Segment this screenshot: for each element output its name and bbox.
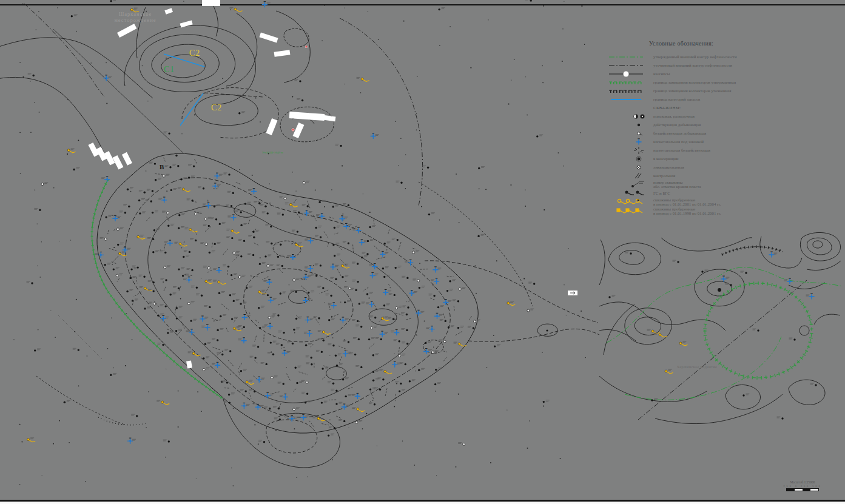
well-symbol [250,356,257,359]
well-symbol [392,238,399,241]
legend-item-symbol-line-isohypse [608,70,645,78]
legend-item-label: граница замещения коллекторов уточненная [645,89,731,93]
well-symbol [219,222,226,225]
well-symbol [315,264,322,267]
well-symbol [418,368,425,371]
well-symbol [449,279,456,282]
well-symbol [422,166,429,169]
well-symbol [198,186,204,189]
well-symbol [146,200,152,203]
well-symbol [305,317,314,323]
well-symbol [235,210,242,213]
legend-item-label: в консервации [645,156,678,161]
legend-item-symbol-wells-2001 [608,198,645,206]
well-symbol [233,251,240,254]
well-symbol [203,357,209,360]
well-symbol [340,317,349,323]
well-symbol [372,353,379,356]
well-symbol [293,278,300,281]
well-symbol [528,282,535,285]
legend-item-label: СКВАЖИНЫ: [645,106,681,110]
legend-item: СКВАЖИНЫ: [608,104,790,112]
well-symbol [293,328,300,331]
red-cross-well-icon [291,128,295,132]
legend-item-label: изогипсы [645,72,670,76]
legend-item: граница замещения коллекторов уточненная [608,87,790,95]
neighbor-field-name: Шарканское месторождение [108,11,163,23]
map-sheet: Шарканское месторождение С2 С1 С2 В Уч.Б… [0,0,845,504]
well-symbol [226,236,233,239]
well-symbol [200,316,208,322]
well-symbol [342,275,348,278]
legend-item-label: граница замещения коллекторов утвержденн… [645,80,736,84]
well-symbol [252,230,259,233]
well-symbol [527,309,534,312]
well-symbol [210,217,217,220]
well-symbol [382,266,389,269]
well-symbol [27,281,33,284]
well-symbol [28,73,35,76]
well-symbol [742,394,749,397]
well-symbol [112,215,121,221]
well-symbol [806,294,815,300]
well-symbol [223,264,229,267]
well-symbol [178,226,184,229]
well-symbol [458,442,465,445]
well-symbol [221,381,228,384]
well-symbol [178,267,184,270]
well-symbol [409,379,416,382]
well-symbol [334,254,340,257]
well-symbol [100,237,107,240]
well-symbol [41,182,48,185]
well-symbol [412,250,419,254]
well-symbol [117,243,124,246]
well-symbol [423,349,432,355]
well-symbol [240,223,247,226]
well-symbol [355,324,362,328]
well-symbol [453,299,459,302]
well-symbol [196,294,203,297]
well-symbol [368,337,375,340]
legend-item-symbol-well-conserv [608,155,645,163]
well-symbol [209,250,215,254]
scale-tick-labels: 250 0 250 500 [781,485,824,488]
well-symbol [303,298,311,304]
well-symbol [280,394,288,400]
well-symbol [625,252,632,255]
well-symbol [303,181,309,184]
well-symbol [375,337,382,340]
well-symbol [101,176,110,183]
well-symbol [27,437,36,442]
well-symbol [163,174,169,177]
well-symbol [186,329,195,335]
well-symbol [157,400,169,405]
well-symbol [366,301,374,307]
well-symbol [266,241,272,244]
legend-item-label: нагнетательная под закачкой [645,139,704,144]
legend-item: ликвидированная [608,163,790,172]
well-symbol [434,313,443,319]
well-symbol [71,14,78,17]
well-symbol [439,340,446,343]
well-symbol [446,289,453,292]
well-symbols [27,0,550,445]
well-symbol [362,252,369,255]
legend-item-symbol-well-gs [608,189,645,198]
well-symbol [326,294,332,297]
sheet-bottom-margin [0,502,845,504]
legend-item: нагнетательная бездействующая [608,146,790,155]
well-symbol [305,238,313,244]
well-symbol [369,315,376,318]
well-symbol [67,148,76,152]
profile-marker-b: В [160,163,164,170]
well-symbol [190,319,197,322]
well-symbol [377,377,384,380]
well-symbol [336,363,343,366]
well-symbol [280,197,287,200]
well-symbol [315,235,322,238]
well-symbol [328,434,334,437]
well-symbol [352,262,359,265]
well-symbol [104,263,111,266]
well-symbol [175,329,182,332]
well-symbol [383,275,390,278]
